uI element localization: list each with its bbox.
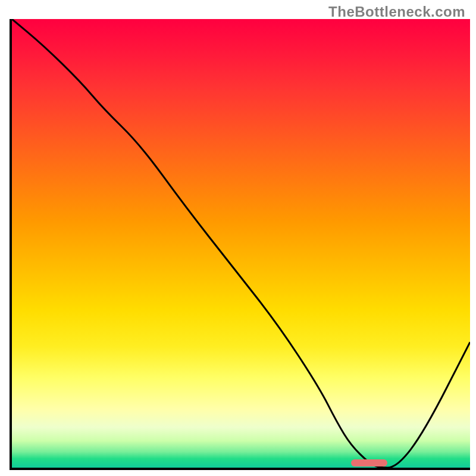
curve-layer xyxy=(12,19,470,468)
watermark-text: TheBottleneck.com xyxy=(328,4,465,20)
chart-stage: TheBottleneck.com xyxy=(0,0,476,476)
bottleneck-curve-path xyxy=(12,19,470,468)
plot-area xyxy=(10,19,470,470)
bottleneck-marker xyxy=(351,459,388,466)
